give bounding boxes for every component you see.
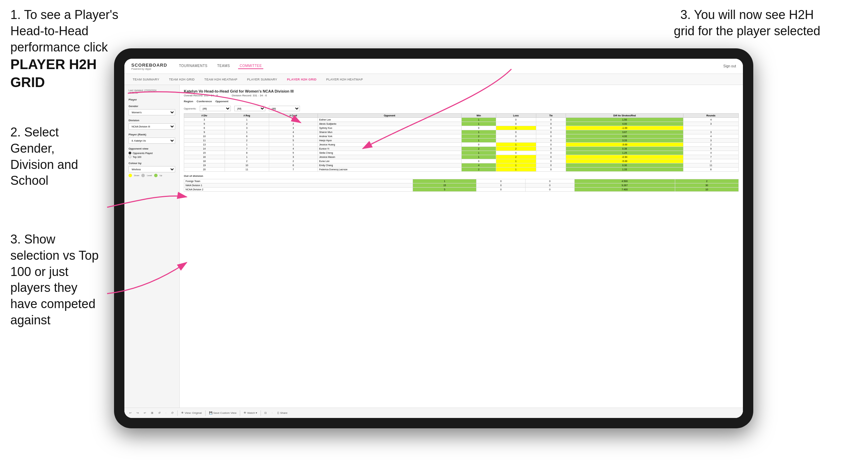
- opponent-view-label: Opponent view: [129, 147, 175, 150]
- nav-teams[interactable]: TEAMS: [216, 63, 231, 69]
- toolbar-layout[interactable]: ⊡: [263, 411, 268, 415]
- cell-loss: 1: [496, 168, 536, 172]
- region-filter-select[interactable]: (All): [200, 106, 231, 111]
- panel-gender: Gender Women's: [129, 105, 175, 115]
- toolbar-save-view[interactable]: 💾 Save Custom View: [208, 411, 238, 415]
- toolbar-refresh[interactable]: ↺: [157, 411, 162, 415]
- toolbar-timer[interactable]: ⏱: [170, 411, 175, 415]
- toolbar-grid-icon[interactable]: ⊞: [150, 411, 155, 415]
- cell-reg: 10: [225, 163, 269, 168]
- col-win: Win: [462, 114, 496, 118]
- region-label: Region: [184, 100, 193, 103]
- colour-section: Colour by Win/loss Down Level Up: [129, 162, 175, 177]
- cell-win: 4: [462, 163, 496, 168]
- table-row: 3 1 1 Esther Lee 1 0 0 1.50 4: [184, 118, 739, 122]
- cell-loss: 2: [496, 147, 536, 151]
- toolbar-redo[interactable]: ↪: [135, 411, 140, 415]
- out-cell-label: NCAA Division 2: [184, 188, 413, 192]
- subnav-team-h2h-grid[interactable]: TEAM H2H GRID: [168, 77, 196, 82]
- cell-conf: 2: [269, 159, 318, 163]
- instruction-step3-top: 3. You will now see H2H grid for the pla…: [661, 0, 833, 46]
- cell-rounds: 3: [683, 139, 738, 143]
- player-rank-select[interactable]: 8. Katelyn Vo: [129, 137, 175, 144]
- cell-div: 6: [184, 126, 225, 130]
- nav-tournaments[interactable]: TOURNAMENTS: [178, 63, 209, 69]
- toolbar-sep2: [205, 410, 206, 416]
- cell-opponent: Heejo Hyun: [318, 139, 461, 143]
- table-row: 20 11 7 Federica Domecq Lacroze 2 1 0 1.…: [184, 168, 739, 172]
- colour-select[interactable]: Win/loss: [129, 166, 175, 172]
- cell-win: 1: [462, 155, 496, 159]
- cell-opponent: Sharon Mun: [318, 130, 461, 134]
- division-select[interactable]: NCAA Division III: [129, 123, 175, 130]
- panel-division: Division NCAA Division III: [129, 119, 175, 130]
- cell-loss: 0: [496, 134, 536, 139]
- cell-diff: 0.38: [566, 147, 683, 151]
- out-table-row: NCAA Division 2 5 0 0 7.400 10: [184, 188, 739, 192]
- nav-sign-out[interactable]: Sign out: [723, 64, 736, 68]
- cell-win: 2: [462, 168, 496, 172]
- toolbar-undo[interactable]: ↩: [128, 411, 133, 415]
- cell-rounds: 3: [683, 130, 738, 134]
- subnav-player-h2h-grid[interactable]: PLAYER H2H GRID: [285, 77, 318, 82]
- cell-div: 5: [184, 122, 225, 126]
- subnav-team-h2h-heatmap[interactable]: TEAM H2H HEATMAP: [203, 77, 239, 82]
- conference-filter-select[interactable]: (All): [234, 106, 265, 111]
- toolbar-share[interactable]: ⟨⟩ Share: [276, 411, 289, 415]
- cell-loss: 0: [496, 118, 536, 122]
- colour-label: Colour by: [129, 162, 175, 165]
- cell-tie: 0: [536, 122, 566, 126]
- gender-select[interactable]: Women's: [129, 109, 175, 115]
- cell-win: 0: [462, 126, 496, 130]
- cell-diff: 1.50: [566, 118, 683, 122]
- cell-reg: 3: [225, 126, 269, 130]
- opponent-filter-select[interactable]: (All): [269, 106, 300, 111]
- subnav-player-summary[interactable]: PLAYER SUMMARY: [246, 77, 279, 82]
- radio-opponents-played[interactable]: Opponents Played: [129, 152, 175, 154]
- filters-row: Region Conference Opponent: [184, 100, 739, 104]
- gender-label: Gender: [129, 105, 175, 108]
- filter-opponent-block: Opponent: [215, 100, 228, 104]
- subnav-player-h2h-heatmap[interactable]: PLAYER H2H HEATMAP: [325, 77, 364, 82]
- cell-win: 0: [462, 159, 496, 163]
- overall-record: Overall Record: 353 - 34 - 6: [184, 94, 218, 97]
- nav-committee[interactable]: COMMITTEE: [238, 63, 263, 69]
- colour-dot-up: [154, 174, 158, 177]
- cell-win: 1: [462, 118, 496, 122]
- cell-reg: 1: [225, 143, 269, 147]
- cell-div: 20: [184, 168, 225, 172]
- toolbar-undo2[interactable]: ↩: [142, 411, 148, 415]
- cell-div: 15: [184, 151, 225, 155]
- table-row: 15 8 5 Stella Cheng 1 0 0 1.25 4: [184, 151, 739, 155]
- radio-top100[interactable]: Top 100: [129, 155, 175, 158]
- out-cell-loss: 0: [477, 179, 526, 183]
- out-cell-rounds: 10: [675, 188, 738, 192]
- cell-diff: 1.33: [566, 168, 683, 172]
- cell-rounds: 4: [683, 151, 738, 155]
- cell-rounds: 2: [683, 143, 738, 147]
- logo-area: SCOREBOARD Powered by clippd: [131, 63, 167, 70]
- opponents-label-group: Opponents:: [184, 107, 196, 110]
- player-label: Player: [129, 98, 175, 101]
- cell-win: 0: [462, 143, 496, 147]
- cell-tie: 0: [536, 163, 566, 168]
- cell-opponent: Emily Chang: [318, 163, 461, 168]
- out-cell-win: 1: [413, 179, 477, 183]
- toolbar-watch[interactable]: 👁 Watch ▾: [242, 411, 258, 415]
- cell-reg: 1: [225, 118, 269, 122]
- toolbar-sep4: [261, 410, 261, 416]
- colour-dot-down: [129, 174, 132, 177]
- cell-loss: 2: [496, 155, 536, 159]
- cell-opponent: Eunice Yi: [318, 147, 461, 151]
- colour-down-label: Down: [134, 174, 139, 177]
- cell-rounds: 4: [683, 134, 738, 139]
- toolbar-view-original[interactable]: 👁 View: Original: [180, 411, 203, 415]
- logo-sub: Powered by clippd: [131, 68, 167, 70]
- cell-opponent: Jessica Mason: [318, 155, 461, 159]
- table-row: 10 6 3 Andrea York 2 0 0 4.00 4: [184, 134, 739, 139]
- radio-dot-top100: [129, 155, 131, 158]
- cell-rounds: 11: [683, 163, 738, 168]
- subnav-team-summary[interactable]: TEAM SUMMARY: [131, 77, 161, 82]
- filters-selects-row: Opponents: (All) (All) (All): [184, 106, 739, 111]
- opponent-label: Opponent: [215, 100, 228, 103]
